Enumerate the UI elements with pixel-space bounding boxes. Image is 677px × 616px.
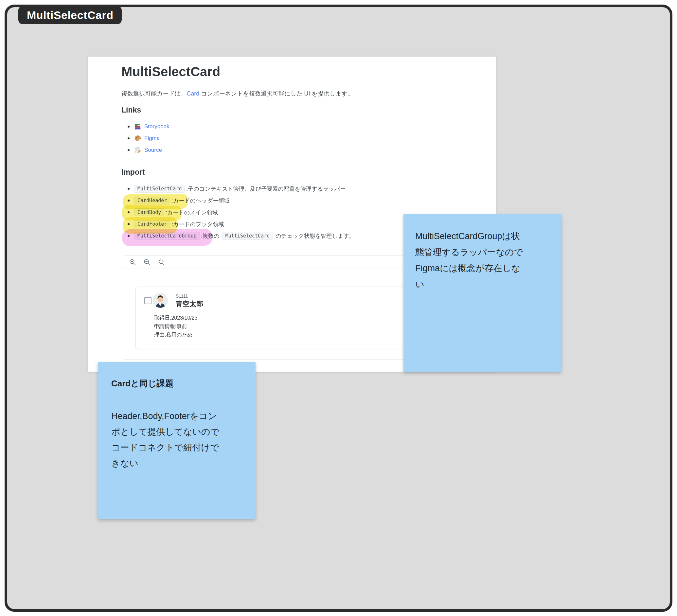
list-item: Figma	[121, 133, 170, 144]
link-figma[interactable]: Figma	[144, 135, 160, 142]
bullet-dot	[128, 235, 130, 237]
code-chip: CardFooter	[134, 220, 170, 228]
memo-icon	[134, 147, 141, 154]
books-icon	[134, 123, 141, 130]
avatar	[153, 293, 168, 308]
code-chip: MultiSelectCard	[222, 232, 273, 240]
page-title: MultiSelectCard	[121, 64, 220, 80]
sticky-note-right[interactable]: MultiSelectCardGroupは状 態管理するラッパーなので Figm…	[403, 214, 561, 372]
bullet-dot	[128, 126, 130, 128]
person-id: S1111	[176, 293, 188, 299]
card-link[interactable]: Card	[186, 90, 199, 97]
list-item: CardFooter :カードのフッタ領域	[121, 218, 355, 230]
zoom-reset-icon[interactable]	[157, 258, 166, 266]
card-checkbox[interactable]	[144, 297, 151, 304]
code-chip: MultiSelectCard	[134, 185, 185, 193]
zoom-out-icon[interactable]	[143, 258, 151, 266]
list-item: Storybook	[121, 121, 170, 133]
code-chip: CardBody	[134, 208, 164, 216]
bullet-dot	[128, 149, 130, 151]
links-list: Storybook Figma	[121, 121, 170, 156]
bullet-dot	[128, 211, 130, 213]
import-desc: :カードのメイン領域	[166, 209, 218, 216]
import-list: MultiSelectCard :子のコンテキスト管理、及び子要素の配置を管理す…	[121, 183, 355, 242]
detail-line: 取得日:2023/10/23	[154, 314, 198, 322]
detail-line: 理由:私用のため	[154, 331, 198, 339]
link-storybook[interactable]: Storybook	[144, 123, 170, 130]
zoom-in-icon[interactable]	[128, 258, 137, 266]
list-item: CardBody :カードのメイン領域	[121, 206, 355, 218]
sticky-note-title: Cardと同じ課題	[111, 376, 245, 391]
sticky-note-bottom-left[interactable]: Cardと同じ課題 Header,Body,Footerをコン ポとして提供して…	[98, 362, 256, 519]
sticky-text-line: い	[415, 276, 550, 292]
import-desc: :カードのフッタ領域	[172, 221, 224, 228]
bullet-dot	[128, 137, 130, 139]
card-details: 取得日:2023/10/23 申請情報:事前 理由:私用のため	[154, 314, 198, 339]
code-chip: CardHeader	[134, 197, 170, 204]
person-name: 青空太郎	[176, 299, 203, 309]
import-heading: Import	[121, 167, 145, 177]
code-chip: MultiSelectCardGroup	[134, 232, 200, 240]
import-desc: :子のコンテキスト管理、及び子要素の配置を管理するラッパー	[186, 185, 346, 193]
intro-pre: 複数選択可能カードは、	[121, 90, 186, 97]
list-item: MultiSelectCardGroup :複数の MultiSelectCar…	[121, 230, 355, 242]
detail-line: 申請情報:事前	[154, 322, 198, 331]
import-desc: :複数の	[201, 232, 220, 240]
sticky-text-line: MultiSelectCardGroupは状	[415, 228, 550, 244]
list-item: Source	[121, 144, 170, 156]
figjam-canvas: MultiSelectCard MultiSelectCard 複数選択可能カー…	[0, 0, 677, 616]
import-desc: :カードのヘッダー領域	[172, 197, 229, 204]
sticky-text-line: きない	[111, 456, 245, 471]
sticky-text-line: ポとして提供してないので	[111, 424, 245, 440]
bullet-dot	[128, 188, 130, 190]
section-label-text: MultiSelectCard	[27, 9, 113, 21]
bullet-dot	[128, 223, 130, 225]
palette-icon	[134, 135, 141, 142]
intro-post: コンポーネントを複数選択可能にした UI を提供します。	[199, 90, 353, 97]
sticky-text-line: Figmaには概念が存在しな	[415, 260, 550, 276]
list-item: CardHeader :カードのヘッダー領域	[121, 195, 355, 206]
sticky-text-line: 態管理するラッパーなので	[415, 244, 550, 260]
list-item: MultiSelectCard :子のコンテキスト管理、及び子要素の配置を管理す…	[121, 183, 355, 195]
section-label[interactable]: MultiSelectCard	[18, 6, 122, 24]
sticky-text-line: コードコネクトで紐付けで	[111, 440, 245, 456]
links-heading: Links	[121, 105, 141, 115]
link-source[interactable]: Source	[144, 147, 162, 153]
bullet-dot	[128, 199, 130, 201]
sticky-text-line: Header,Body,Footerをコン	[111, 408, 245, 424]
import-desc: のチェック状態を管理します。	[275, 232, 355, 240]
intro-paragraph: 複数選択可能カードは、Card コンポーネントを複数選択可能にした UI を提供…	[121, 89, 353, 98]
